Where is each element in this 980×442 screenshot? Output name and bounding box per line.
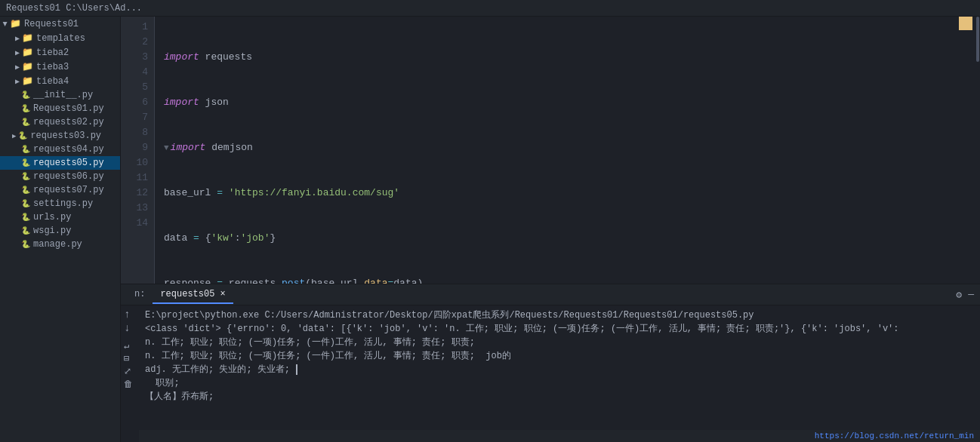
- sidebar-item-requests07py[interactable]: 🐍 requests07.py: [0, 183, 120, 197]
- expand-icon[interactable]: ⤢: [124, 366, 136, 377]
- line-num: 11: [124, 170, 148, 186]
- terminal-line-cmd: E:\project\python.exe C:/Users/Administr…: [145, 308, 974, 322]
- code-content[interactable]: import requests import json ▼import demj…: [155, 17, 972, 284]
- tab-requests05[interactable]: requests05 ×: [153, 286, 233, 304]
- python-file-icon: 🐍: [21, 91, 30, 100]
- line-num: 6: [124, 95, 148, 110]
- bottom-tabs-bar: n: requests05 × ⚙ —: [121, 284, 980, 305]
- code-editor: 1 2 3 4 5 6 7 8 9 10 11 12 13 14 import …: [121, 17, 980, 284]
- line-num: 4: [124, 65, 148, 80]
- sidebar-label: tieba2: [36, 48, 69, 58]
- line-numbers: 1 2 3 4 5 6 7 8 9 10 11 12 13 14: [121, 17, 155, 284]
- line-num: 12: [124, 186, 148, 201]
- sidebar-item-requests02py[interactable]: 🐍 requests02.py: [0, 115, 120, 129]
- line-num: 5: [124, 80, 148, 95]
- line-num: 8: [124, 125, 148, 140]
- python-file-icon: 🐍: [21, 226, 30, 235]
- main-layout: ▶ 📁 Requests01 ▶ 📁 templates ▶ 📁 tieba2 …: [0, 17, 980, 442]
- sidebar-item-tieba2[interactable]: ▶ 📁 tieba2: [0, 45, 120, 60]
- terminal-line-out5: 职别;: [145, 376, 974, 390]
- scrollbar[interactable]: [972, 17, 980, 284]
- sidebar-label: urls.py: [33, 212, 71, 223]
- minimize-icon[interactable]: —: [968, 289, 974, 301]
- chevron-icon: ▶: [1, 21, 10, 26]
- python-file-icon: 🐍: [18, 131, 27, 140]
- terminal-line-out2: n. 工作; 职业; 职位; (一项)任务; (一件)工作, 活儿, 事情; 责…: [145, 336, 974, 349]
- scroll-down-icon[interactable]: ↓: [124, 322, 136, 334]
- chevron-icon: ▶: [15, 34, 20, 43]
- sidebar-item-requests01py[interactable]: 🐍 Requests01.py: [0, 102, 120, 115]
- tab-n[interactable]: n:: [127, 286, 153, 304]
- wrap-icon[interactable]: ↵: [124, 340, 136, 351]
- python-file-icon: 🐍: [21, 213, 30, 222]
- chevron-icon: ▶: [15, 48, 20, 57]
- sidebar-item-init[interactable]: 🐍 __init__.py: [0, 88, 120, 102]
- sidebar-label: requests06.py: [33, 171, 104, 182]
- sidebar-item-requests05py[interactable]: 🐍 requests05.py: [0, 156, 120, 170]
- sidebar-item-requests03py[interactable]: ▶ 🐍 requests03.py: [0, 129, 120, 143]
- line-num: 13: [124, 201, 148, 216]
- sidebar: ▶ 📁 Requests01 ▶ 📁 templates ▶ 📁 tieba2 …: [0, 17, 121, 442]
- chevron-icon: ▶: [15, 77, 20, 86]
- sidebar-label: wsgi.py: [33, 226, 71, 236]
- sidebar-label: __init__.py: [33, 90, 93, 100]
- code-line-1: import requests: [164, 50, 963, 65]
- sidebar-item-managepy[interactable]: 🐍 manage.py: [0, 238, 120, 251]
- folder-icon: 📁: [22, 47, 33, 58]
- python-file-icon: 🐍: [21, 104, 30, 113]
- code-line-5: data = {'kw':'job'}: [164, 231, 963, 246]
- scroll-up-icon[interactable]: ↑: [124, 308, 136, 321]
- sidebar-label: requests02.py: [33, 117, 104, 127]
- sidebar-item-templates[interactable]: ▶ 📁 templates: [0, 31, 120, 45]
- line-num: 1: [124, 20, 148, 35]
- sidebar-label: tieba3: [36, 62, 69, 72]
- sidebar-label: settings.py: [33, 198, 93, 209]
- bottom-tab-icons: ⚙ —: [956, 289, 974, 301]
- sidebar-item-requests04py[interactable]: 🐍 requests04.py: [0, 143, 120, 156]
- sidebar-item-tieba4[interactable]: ▶ 📁 tieba4: [0, 74, 120, 88]
- terminal-output: E:\project\python.exe C:/Users/Administr…: [139, 305, 980, 430]
- terminal-line-out3: n. 工作; 职业; 职位; (一项)任务; (一件)工作, 活儿, 事情; 责…: [145, 349, 974, 363]
- folder-icon: 📁: [22, 32, 33, 44]
- chevron-icon: ▶: [15, 63, 20, 72]
- sidebar-label: tieba4: [36, 76, 69, 87]
- python-file-icon: 🐍: [21, 172, 30, 181]
- sidebar-item-settingspy[interactable]: 🐍 settings.py: [0, 197, 120, 210]
- code-line-4: base_url = 'https://fanyi.baidu.com/sug': [164, 186, 963, 201]
- sidebar-item-wsgipy[interactable]: 🐍 wsgi.py: [0, 224, 120, 238]
- sidebar-label: requests03.py: [30, 130, 101, 141]
- terminal-line-out4: adj. 无工作的; 失业的; 失业者;: [145, 363, 974, 376]
- filter-icon[interactable]: ⊟: [124, 353, 136, 364]
- sidebar-item-requests01-root[interactable]: ▶ 📁 Requests01: [0, 17, 120, 31]
- python-file-icon: 🐍: [21, 145, 30, 154]
- sidebar-label: manage.py: [33, 239, 82, 250]
- python-file-icon: 🐍: [21, 240, 30, 249]
- terminal-main: E:\project\python.exe C:/Users/Administr…: [139, 305, 980, 442]
- bottom-panel: n: requests05 × ⚙ — ↑ ↓ ↵ ⊟ ⤢ 🗑: [121, 284, 980, 442]
- line-num: 3: [124, 50, 148, 65]
- terminal-line-out6: 【人名】乔布斯;: [145, 390, 974, 404]
- sidebar-label: templates: [36, 33, 85, 44]
- terminal-footer: https://blog.csdn.net/return_min: [139, 430, 980, 442]
- sidebar-label: requests05.py: [33, 158, 104, 168]
- line-num: 14: [124, 216, 148, 231]
- sidebar-item-requests06py[interactable]: 🐍 requests06.py: [0, 170, 120, 183]
- settings-icon[interactable]: ⚙: [956, 289, 962, 301]
- python-file-icon: 🐍: [21, 199, 30, 208]
- sidebar-label: requests07.py: [33, 185, 104, 195]
- sidebar-label: Requests01.py: [33, 103, 104, 114]
- sidebar-label: Requests01: [24, 19, 79, 29]
- folder-icon: 📁: [10, 18, 21, 29]
- python-file-icon: 🐍: [21, 186, 30, 195]
- python-file-icon: 🐍: [21, 158, 30, 167]
- code-line-3: ▼import demjson: [164, 140, 963, 155]
- folder-icon: 📁: [22, 75, 33, 87]
- line-num: 9: [124, 140, 148, 155]
- sidebar-item-urlspy[interactable]: 🐍 urls.py: [0, 210, 120, 224]
- line-num: 10: [124, 155, 148, 170]
- sidebar-item-tieba3[interactable]: ▶ 📁 tieba3: [0, 60, 120, 74]
- trash-icon[interactable]: 🗑: [124, 379, 136, 390]
- line-num: 2: [124, 35, 148, 50]
- footer-link[interactable]: https://blog.csdn.net/return_min: [815, 431, 974, 440]
- bookmark-indicator: [959, 17, 972, 30]
